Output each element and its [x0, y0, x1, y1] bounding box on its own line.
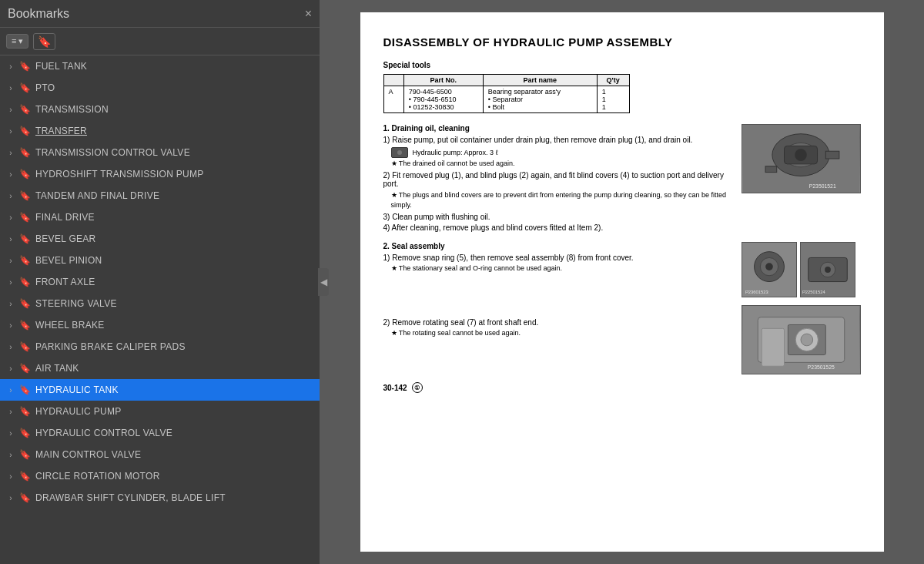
bookmark-icon: 🔖 — [18, 61, 31, 72]
bookmark-icon: 🔖 — [18, 212, 31, 223]
expand-arrow-icon: › — [5, 386, 17, 394]
bookmark-icon: 🔖 — [18, 169, 31, 180]
table-row: A 790-445-6500• 790-445-6510• 01252-3083… — [383, 86, 629, 113]
sidebar-item-steering-valve[interactable]: ›🔖STEERING VALVE — [0, 293, 320, 314]
section-2-heading: 2. Seal assembly — [383, 242, 731, 250]
svg-point-16 — [825, 267, 831, 273]
sidebar-item-final-drive[interactable]: ›🔖FINAL DRIVE — [0, 206, 320, 228]
section-1-images: P23501521 — [742, 124, 861, 234]
document-title: DISASSEMBLY OF HYDRAULIC PUMP ASSEMBLY — [383, 35, 861, 49]
expand-arrow-icon: › — [5, 364, 17, 373]
sidebar-item-label: WHEEL BRAKE — [35, 320, 105, 331]
bookmark-icon-button[interactable]: 🔖 — [33, 33, 55, 50]
sidebar-item-transfer[interactable]: ›🔖TRANSFER — [0, 120, 320, 142]
sidebar-item-circle-rotation-motor[interactable]: ›🔖CIRCLE ROTATION MOTOR — [0, 465, 320, 487]
bookmark-menu-button[interactable]: ≡ ▾ — [6, 34, 28, 49]
section-1-heading: 1. Draining oil, cleaning — [383, 124, 731, 133]
sidebar-item-wheel-brake[interactable]: ›🔖WHEEL BRAKE — [0, 314, 320, 336]
section-2-image-2: P22501524 — [800, 242, 855, 297]
sidebar-header: Bookmarks × — [0, 0, 320, 28]
bookmark-icon: 🔖 — [18, 471, 31, 482]
svg-point-4 — [795, 149, 807, 161]
table-cell-a: A — [383, 86, 403, 113]
sidebar-item-label: HYDRAULIC CONTROL VALVE — [35, 428, 172, 438]
sidebar-item-hydraulic-pump[interactable]: ›🔖HYDRAULIC PUMP — [0, 401, 320, 422]
table-header-col0 — [383, 75, 403, 86]
table-header-part-name: Part name — [483, 75, 597, 86]
bookmark-icon: 🔖 — [18, 384, 31, 395]
sidebar-item-tandem-and-final-drive[interactable]: ›🔖TANDEM AND FINAL DRIVE — [0, 185, 320, 206]
step-1-2: 2) Fit removed plug (1), and blind plugs… — [383, 171, 731, 188]
sidebar-item-bevel-pinion[interactable]: ›🔖BEVEL PINION — [0, 250, 320, 271]
bookmark-icon: 🔖 — [18, 190, 31, 201]
svg-rect-23 — [762, 329, 784, 367]
expand-arrow-icon: › — [5, 300, 17, 308]
bookmark-icon: 🔖 — [18, 320, 31, 331]
bookmark-icon: 🔖 — [18, 147, 31, 158]
close-icon[interactable]: × — [305, 8, 312, 20]
sidebar-item-hydroshift-transmission-pump[interactable]: ›🔖HYDROSHIFT TRANSMISSION PUMP — [0, 163, 320, 185]
bookmark-icon: 🔖 — [18, 298, 31, 309]
step-2-star1: ★ The stationary seal and O-ring cannot … — [391, 264, 731, 272]
expand-arrow-icon: › — [5, 429, 17, 438]
expand-arrow-icon: › — [5, 321, 17, 330]
section-2: 2. Seal assembly 1) Remove snap ring (5)… — [383, 242, 861, 374]
sidebar-item-label: TANDEM AND FINAL DRIVE — [35, 190, 159, 201]
step-1-1: 1) Raise pump, put oil container under d… — [383, 136, 731, 144]
bookmark-icon: 🔖 — [18, 341, 31, 352]
section-2-images: P23601523 P22501524 — [742, 242, 861, 374]
expand-arrow-icon: › — [5, 84, 17, 92]
sidebar-item-transmission-control-valve[interactable]: ›🔖TRANSMISSION CONTROL VALVE — [0, 142, 320, 163]
svg-text:P23501525: P23501525 — [807, 364, 834, 370]
hydraulic-pump-note: Hydraulic pump: Approx. 3 ℓ — [413, 149, 498, 156]
sidebar-item-label: HYDRAULIC PUMP — [35, 406, 122, 417]
bookmark-icon: 🔖 — [18, 233, 31, 244]
sidebar-item-label: FINAL DRIVE — [35, 212, 95, 223]
sidebar-item-main-control-valve[interactable]: ›🔖MAIN CONTROL VALVE — [0, 444, 320, 465]
sidebar-item-hydraulic-control-valve[interactable]: ›🔖HYDRAULIC CONTROL VALVE — [0, 422, 320, 444]
sidebar-item-front-axle[interactable]: ›🔖FRONT AXLE — [0, 271, 320, 293]
sidebar-item-pto[interactable]: ›🔖PTO — [0, 77, 320, 99]
svg-point-22 — [801, 334, 813, 346]
sidebar-title: Bookmarks — [8, 7, 69, 21]
section-1: 1. Draining oil, cleaning 1) Raise pump,… — [383, 124, 861, 234]
sidebar-item-fuel-tank[interactable]: ›🔖FUEL TANK — [0, 55, 320, 77]
bookmark-list[interactable]: ›🔖FUEL TANK›🔖PTO›🔖TRANSMISSION›🔖TRANSFER… — [0, 55, 320, 564]
document-page: DISASSEMBLY OF HYDRAULIC PUMP ASSEMBLY S… — [360, 12, 884, 552]
step-1-star1: ★ The drained oil cannot be used again. — [391, 159, 731, 167]
section-1-text: 1. Draining oil, cleaning 1) Raise pump,… — [383, 124, 731, 234]
sidebar-item-label: PARKING BRAKE CALIPER PADS — [35, 341, 186, 352]
expand-arrow-icon: › — [5, 257, 17, 265]
svg-rect-6 — [825, 151, 839, 159]
bookmark-icon: 🔖 — [18, 104, 31, 115]
expand-arrow-icon: › — [5, 170, 17, 179]
svg-text:P22501524: P22501524 — [802, 290, 825, 294]
sidebar-toolbar: ≡ ▾ 🔖 — [0, 28, 320, 55]
sidebar-item-transmission[interactable]: ›🔖TRANSMISSION — [0, 99, 320, 120]
expand-arrow-icon: › — [5, 127, 17, 136]
main-content: DISASSEMBLY OF HYDRAULIC PUMP ASSEMBLY S… — [320, 0, 924, 564]
sidebar-item-hydraulic-tank[interactable]: ›🔖HYDRAULIC TANK — [0, 379, 320, 401]
special-tools-table: Part No. Part name Q'ty A 790-445-6500• … — [383, 74, 630, 113]
svg-point-11 — [765, 263, 773, 270]
page-number: 30-142 — [383, 384, 407, 392]
expand-arrow-icon: › — [5, 278, 17, 287]
svg-rect-5 — [765, 166, 777, 173]
expand-arrow-icon: › — [5, 343, 17, 351]
sidebar-item-label: DRAWBAR SHIFT CYLINDER, BLADE LIFT — [35, 492, 226, 503]
sidebar-item-label: STEERING VALVE — [35, 298, 117, 309]
sidebar-item-parking-brake-caliper-pads[interactable]: ›🔖PARKING BRAKE CALIPER PADS — [0, 336, 320, 358]
page-footer: 30-142 ① — [383, 382, 861, 393]
sidebar-item-air-tank[interactable]: ›🔖AIR TANK — [0, 358, 320, 379]
table-cell-part-name: Bearing separator ass'y• Separator• Bolt — [483, 86, 597, 113]
sidebar-item-label: HYDROSHIFT TRANSMISSION PUMP — [35, 169, 204, 180]
bookmark-icon: 🔖 — [18, 406, 31, 417]
special-tools-label: Special tools — [383, 61, 861, 69]
sidebar-item-bevel-gear[interactable]: ›🔖BEVEL GEAR — [0, 228, 320, 250]
section-2-image-1: P23601523 — [742, 242, 797, 297]
sidebar-item-drawbar-shift[interactable]: ›🔖DRAWBAR SHIFT CYLINDER, BLADE LIFT — [0, 487, 320, 509]
collapse-sidebar-button[interactable]: ◀ — [318, 268, 329, 296]
sidebar-item-label: PTO — [35, 82, 55, 93]
expand-arrow-icon: › — [5, 451, 17, 459]
step-2-1: 1) Remove snap ring (5), then remove sea… — [383, 253, 731, 262]
